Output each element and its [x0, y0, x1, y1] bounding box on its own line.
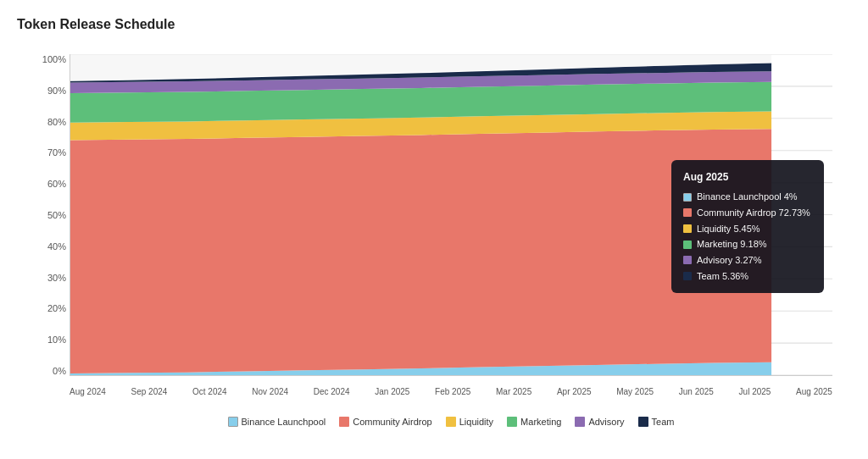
- y-label-80: 80%: [47, 117, 66, 127]
- x-label-mar2025: Mar 2025: [496, 387, 531, 396]
- x-label-oct2024: Oct 2024: [192, 387, 227, 396]
- x-label-aug2025: Aug 2025: [796, 387, 832, 396]
- legend-color-marketing: [507, 417, 517, 427]
- y-label-0: 0%: [53, 366, 66, 376]
- tooltip-row-advisory: Advisory 3.27%: [683, 252, 812, 268]
- x-label-may2025: May 2025: [616, 387, 654, 396]
- y-label-50: 50%: [47, 210, 66, 220]
- chart-tooltip: Aug 2025 Binance Launchpool 4% Community…: [671, 160, 824, 293]
- legend-label-liquidity: Liquidity: [459, 417, 493, 427]
- y-label-90: 90%: [47, 86, 66, 96]
- x-label-jan2025: Jan 2025: [375, 387, 409, 396]
- y-label-20: 20%: [47, 303, 66, 313]
- legend-label-binance: Binance Launchpool: [242, 417, 326, 427]
- y-label-10: 10%: [47, 335, 66, 345]
- legend-label-marketing: Marketing: [520, 417, 561, 427]
- chart-legend: Binance Launchpool Community Airdrop Liq…: [70, 417, 832, 427]
- legend-color-binance: [228, 417, 238, 427]
- x-label-jul2025: Jul 2025: [739, 387, 771, 396]
- y-label-30: 30%: [47, 273, 66, 283]
- tooltip-row-community: Community Airdrop 72.73%: [683, 205, 812, 221]
- tooltip-row-marketing: Marketing 9.18%: [683, 236, 812, 252]
- legend-color-community: [339, 417, 349, 427]
- tooltip-row-binance: Binance Launchpool 4%: [683, 189, 812, 205]
- legend-label-community: Community Airdrop: [353, 417, 432, 427]
- tooltip-row-liquidity: Liquidity 5.45%: [683, 221, 812, 237]
- tooltip-label-binance: Binance Launchpool 4%: [697, 189, 798, 205]
- x-label-sep2024: Sep 2024: [131, 387, 168, 396]
- tooltip-color-liquidity: [683, 224, 692, 233]
- x-label-jun2025: Jun 2025: [679, 387, 714, 396]
- svg-marker-12: [70, 129, 771, 373]
- tooltip-color-team: [683, 272, 692, 280]
- legend-item-team: Team: [638, 417, 675, 427]
- legend-label-team: Team: [652, 417, 675, 427]
- page-title: Token Release Schedule: [17, 17, 851, 32]
- tooltip-color-marketing: [683, 241, 692, 249]
- legend-color-team: [638, 417, 648, 427]
- x-label-feb2025: Feb 2025: [435, 387, 470, 396]
- x-label-aug2024: Aug 2024: [70, 387, 106, 396]
- legend-color-advisory: [575, 417, 585, 427]
- tooltip-color-community: [683, 208, 692, 217]
- tooltip-row-team: Team 5.36%: [683, 268, 812, 285]
- tooltip-label-community: Community Airdrop 72.73%: [697, 205, 810, 221]
- legend-item-community: Community Airdrop: [339, 417, 432, 427]
- y-axis-labels: 100% 90% 80% 70% 60% 50% 40% 30% 20% 10%…: [27, 54, 66, 376]
- tooltip-label-advisory: Advisory 3.27%: [697, 252, 761, 268]
- tooltip-label-marketing: Marketing 9.18%: [697, 236, 767, 252]
- legend-item-marketing: Marketing: [507, 417, 561, 427]
- x-label-dec2024: Dec 2024: [314, 387, 350, 396]
- tooltip-label-liquidity: Liquidity 5.45%: [697, 221, 760, 237]
- legend-color-liquidity: [446, 417, 456, 427]
- y-label-100: 100%: [42, 54, 66, 64]
- tooltip-label-team: Team 5.36%: [697, 268, 748, 285]
- x-axis: Aug 2024 Sep 2024 Oct 2024 Nov 2024 Dec …: [70, 387, 832, 396]
- legend-item-binance: Binance Launchpool: [228, 417, 326, 427]
- chart-container: 100% 90% 80% 70% 60% 50% 40% 30% 20% 10%…: [27, 46, 841, 427]
- tooltip-color-advisory: [683, 256, 692, 264]
- legend-item-liquidity: Liquidity: [446, 417, 493, 427]
- legend-item-advisory: Advisory: [575, 417, 624, 427]
- legend-label-advisory: Advisory: [588, 417, 624, 427]
- tooltip-title: Aug 2025: [683, 169, 812, 185]
- x-label-apr2025: Apr 2025: [557, 387, 592, 396]
- y-label-40: 40%: [47, 241, 66, 252]
- y-label-60: 60%: [47, 179, 66, 189]
- y-label-70: 70%: [47, 147, 66, 158]
- x-label-nov2024: Nov 2024: [252, 387, 288, 396]
- tooltip-color-binance: [683, 193, 692, 202]
